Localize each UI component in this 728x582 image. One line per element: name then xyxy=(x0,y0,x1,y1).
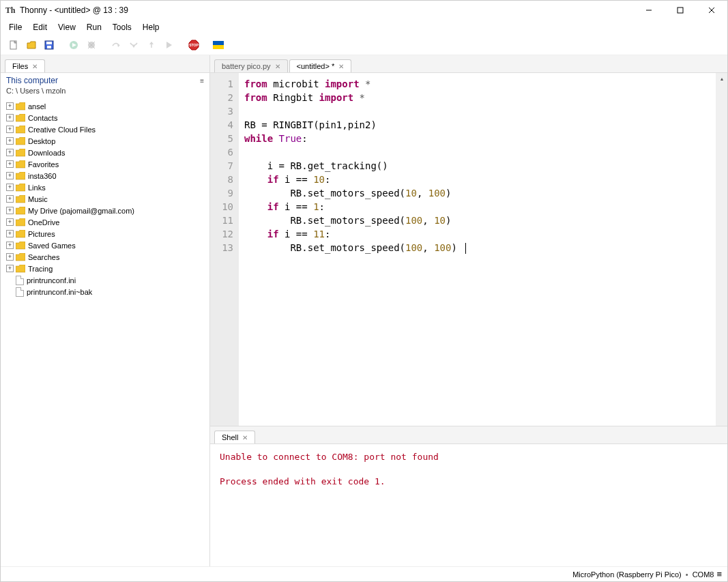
folder-item[interactable]: +Tracing xyxy=(3,263,207,274)
item-label: Tracing xyxy=(28,265,53,273)
resume-button[interactable] xyxy=(162,38,177,53)
status-interpreter[interactable]: MicroPython (Raspberry Pi Pico) xyxy=(572,570,682,579)
folder-item[interactable]: +Creative Cloud Files xyxy=(3,123,207,135)
expand-icon[interactable]: + xyxy=(6,253,14,261)
file-browser-panel: Files ✕ This computer ≡ C: \ Users \ mzo… xyxy=(1,55,210,566)
debug-button[interactable] xyxy=(84,38,99,53)
folder-icon xyxy=(16,230,25,238)
scroll-up-icon[interactable]: ▴ xyxy=(716,73,727,85)
folder-icon xyxy=(16,207,25,215)
folder-icon xyxy=(16,160,25,169)
shell-tab[interactable]: Shell ✕ xyxy=(214,431,255,443)
expand-icon[interactable]: + xyxy=(6,230,14,237)
open-file-button[interactable] xyxy=(24,38,39,53)
folder-item[interactable]: +My Drive (pajomail@gmail.com) xyxy=(3,205,207,216)
svg-marker-34 xyxy=(16,218,25,226)
menu-view[interactable]: View xyxy=(53,21,81,33)
folder-item[interactable]: +ansel xyxy=(3,100,207,112)
shell-output[interactable]: Unable to connect to COM8: port not foun… xyxy=(210,444,727,566)
close-button[interactable] xyxy=(696,1,727,20)
tab-label: <untitled> * xyxy=(297,62,335,70)
expand-icon[interactable]: + xyxy=(6,149,14,156)
save-button[interactable] xyxy=(42,38,57,53)
svg-marker-37 xyxy=(16,253,25,261)
folder-icon xyxy=(16,218,25,227)
tab-close-icon[interactable]: ✕ xyxy=(275,63,280,70)
svg-text:STOP: STOP xyxy=(189,43,199,47)
expand-icon[interactable]: + xyxy=(6,184,14,191)
expand-icon[interactable]: + xyxy=(6,195,14,203)
item-label: Saved Games xyxy=(28,242,76,250)
expand-icon[interactable]: + xyxy=(6,218,14,226)
step-over-button[interactable] xyxy=(108,38,123,53)
expand-icon[interactable]: + xyxy=(6,137,14,145)
files-menu-icon[interactable]: ≡ xyxy=(200,77,204,85)
files-panel-tab[interactable]: Files ✕ xyxy=(5,59,45,72)
svg-marker-35 xyxy=(16,230,25,237)
expand-icon[interactable]: + xyxy=(6,114,14,121)
expand-icon[interactable]: + xyxy=(6,265,14,272)
menu-run[interactable]: Run xyxy=(81,21,107,33)
file-item[interactable]: printrunconf.ini~bak xyxy=(3,286,207,297)
svg-marker-19 xyxy=(166,42,172,48)
debug-run-button[interactable] xyxy=(66,38,81,53)
folder-item[interactable]: +OneDrive xyxy=(3,216,207,228)
tab-close-icon[interactable]: ✕ xyxy=(338,63,344,70)
svg-marker-26 xyxy=(16,126,25,133)
folder-item[interactable]: +Links xyxy=(3,181,207,193)
files-path[interactable]: C: \ Users \ mzoln xyxy=(1,87,209,99)
tab-close-icon[interactable]: ✕ xyxy=(242,434,248,441)
expand-icon[interactable]: + xyxy=(6,102,14,110)
svg-marker-33 xyxy=(16,207,25,214)
expand-icon[interactable]: + xyxy=(6,242,14,249)
expand-icon[interactable]: + xyxy=(6,126,14,133)
folder-icon xyxy=(16,184,25,192)
folder-item[interactable]: +Downloads xyxy=(3,147,207,158)
menu-file[interactable]: File xyxy=(3,21,27,33)
folder-icon xyxy=(16,149,25,157)
menu-tools[interactable]: Tools xyxy=(107,21,137,33)
folder-item[interactable]: +Searches xyxy=(3,251,207,263)
status-separator: • xyxy=(682,570,693,579)
maximize-button[interactable] xyxy=(665,1,696,20)
code-editor[interactable]: from microbit import *from Ringbit impor… xyxy=(239,73,727,426)
expand-icon[interactable]: + xyxy=(6,172,14,179)
step-out-button[interactable] xyxy=(144,38,159,53)
folder-icon xyxy=(16,126,25,134)
menu-edit[interactable]: Edit xyxy=(27,21,53,33)
folder-item[interactable]: +Music xyxy=(3,193,207,205)
item-label: printrunconf.ini xyxy=(27,276,76,285)
editor-tab[interactable]: battery pico.py✕ xyxy=(214,59,288,72)
svg-marker-31 xyxy=(16,184,25,191)
expand-icon[interactable]: + xyxy=(6,207,14,214)
file-tree[interactable]: +ansel+Contacts+Creative Cloud Files+Des… xyxy=(1,99,209,566)
status-port[interactable]: COM8 xyxy=(693,570,714,579)
folder-item[interactable]: +Favorites xyxy=(3,158,207,170)
expand-icon[interactable]: + xyxy=(6,160,14,168)
folder-icon xyxy=(16,195,25,203)
folder-item[interactable]: +Saved Games xyxy=(3,239,207,251)
stop-button[interactable]: STOP xyxy=(186,38,201,53)
svg-marker-18 xyxy=(149,42,154,44)
folder-icon xyxy=(16,242,25,250)
tab-close-icon[interactable]: ✕ xyxy=(32,63,38,70)
folder-item[interactable]: +Pictures xyxy=(3,228,207,239)
file-item[interactable]: printrunconf.ini xyxy=(3,274,207,286)
editor-scrollbar[interactable]: ▴ xyxy=(716,73,727,426)
step-into-button[interactable] xyxy=(126,38,141,53)
status-menu-icon[interactable]: ≡ xyxy=(716,569,722,579)
folder-item[interactable]: +insta360 xyxy=(3,170,207,181)
window-title: Thonny - <untitled> @ 13 : 39 xyxy=(20,5,633,15)
files-location-label[interactable]: This computer xyxy=(6,76,58,85)
text-cursor xyxy=(465,243,466,254)
editor-tab[interactable]: <untitled> *✕ xyxy=(289,59,352,72)
minimize-button[interactable] xyxy=(633,1,665,20)
menu-help[interactable]: Help xyxy=(137,21,165,33)
menubar: FileEditViewRunToolsHelp xyxy=(1,20,727,35)
folder-item[interactable]: +Contacts xyxy=(3,112,207,123)
new-file-button[interactable] xyxy=(6,38,21,53)
ukraine-flag-button[interactable] xyxy=(211,38,226,53)
svg-rect-23 xyxy=(213,45,224,49)
svg-marker-36 xyxy=(16,242,25,249)
folder-item[interactable]: +Desktop xyxy=(3,135,207,147)
